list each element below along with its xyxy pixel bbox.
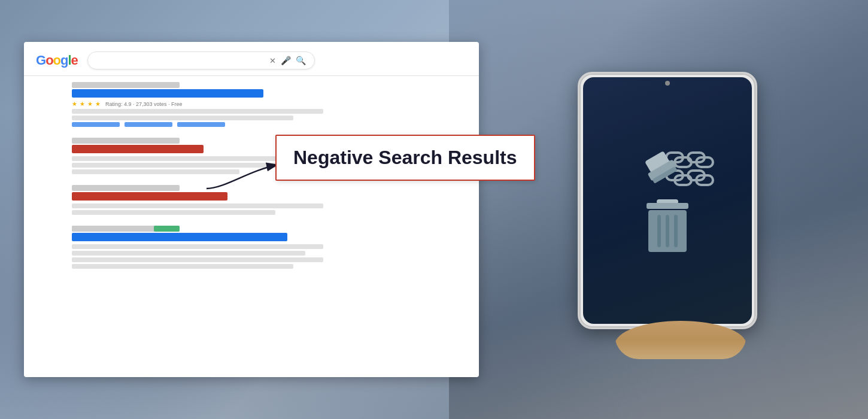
google-logo: Google xyxy=(36,53,78,68)
tablet-camera xyxy=(665,81,670,86)
link-item xyxy=(72,122,120,127)
star-rating: Rating: 4.9 · 27,303 votes · Free xyxy=(105,101,183,107)
result-url-bar-2 xyxy=(72,138,180,144)
callout-box: Negative Search Results xyxy=(275,135,535,181)
result-title-4 xyxy=(72,233,287,241)
star-icon: ★ xyxy=(80,101,85,107)
svg-rect-13 xyxy=(647,203,688,209)
search-icon[interactable]: 🔍 xyxy=(296,56,306,65)
microphone-icon[interactable]: 🎤 xyxy=(281,56,291,65)
phone-section xyxy=(479,72,844,347)
result-url-bar-4 xyxy=(72,226,180,232)
callout-text: Negative Search Results xyxy=(293,147,517,168)
arrow-indicator xyxy=(201,159,284,197)
result-url-bar-3 xyxy=(72,185,180,191)
svg-rect-15 xyxy=(657,215,661,247)
result-url-bar-1 xyxy=(72,82,180,88)
trash-broken-links-icon xyxy=(614,141,721,260)
desc-line xyxy=(72,244,323,249)
tablet-wrapper xyxy=(566,72,769,347)
search-input[interactable] xyxy=(96,56,265,65)
google-header: Google ✕ 🎤 🔍 xyxy=(24,42,479,76)
result-links xyxy=(72,122,467,127)
result-title-1 xyxy=(72,89,263,98)
desc-line xyxy=(72,251,305,256)
tablet-frame xyxy=(578,72,757,329)
google-searchbar[interactable]: ✕ 🎤 🔍 xyxy=(87,51,315,69)
result-title-2 xyxy=(72,145,204,153)
search-result-1: ★ ★ ★ ★ Rating: 4.9 · 27,303 votes · Fre… xyxy=(72,82,467,127)
google-search-card: Google ✕ 🎤 🔍 ★ ★ ★ ★ Rating: 4.9 · 2 xyxy=(24,42,479,377)
link-item xyxy=(125,122,172,127)
star-icon: ★ xyxy=(72,101,77,107)
search-result-4 xyxy=(72,226,467,269)
svg-rect-17 xyxy=(674,215,678,247)
result-stars-row: ★ ★ ★ ★ Rating: 4.9 · 27,303 votes · Fre… xyxy=(72,101,467,107)
star-icon: ★ xyxy=(87,101,93,107)
clear-icon[interactable]: ✕ xyxy=(269,56,276,65)
desc-line xyxy=(72,109,323,114)
svg-rect-16 xyxy=(666,215,669,247)
link-item xyxy=(177,122,225,127)
star-icon: ★ xyxy=(95,101,101,107)
desc-line xyxy=(72,264,293,269)
tablet-screen xyxy=(583,77,752,324)
desc-line xyxy=(72,257,323,262)
desc-line xyxy=(72,204,323,208)
desc-line xyxy=(72,210,275,215)
main-content: Google ✕ 🎤 🔍 ★ ★ ★ ★ Rating: 4.9 · 2 xyxy=(0,0,868,419)
desc-line xyxy=(72,116,293,120)
